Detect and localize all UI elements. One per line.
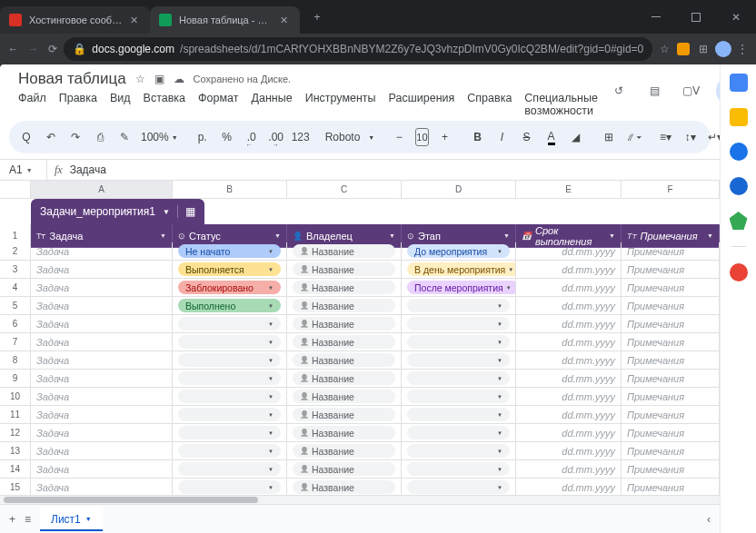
table-grid-icon[interactable]: ▦	[185, 205, 195, 218]
profile-button[interactable]	[715, 36, 731, 62]
cell-date[interactable]: dd.mm.yyyy	[516, 242, 622, 261]
cell-date[interactable]: dd.mm.yyyy	[516, 315, 622, 333]
meet-button[interactable]: ▢ᐯ	[680, 79, 703, 103]
decrease-decimal-button[interactable]: .0←	[244, 127, 260, 147]
zoom-select[interactable]: 100%▼	[141, 131, 178, 143]
menu-item[interactable]: Данные	[251, 92, 292, 117]
cell-task[interactable]: Задача	[31, 279, 173, 297]
cell-task[interactable]: Задача	[31, 351, 173, 370]
cell-task[interactable]: Задача	[31, 442, 173, 460]
row-header[interactable]: 7	[0, 333, 31, 351]
cell-notes[interactable]: Примечания	[622, 297, 720, 315]
cell-notes[interactable]: Примечания	[622, 442, 720, 460]
increase-font-button[interactable]: +	[437, 127, 453, 147]
cell-date[interactable]: dd.mm.yyyy	[516, 460, 622, 479]
row-header[interactable]: 10	[0, 388, 31, 406]
star-icon[interactable]: ☆	[135, 73, 145, 85]
cell-owner[interactable]: Название	[287, 370, 402, 388]
cell-status[interactable]: ▼	[173, 315, 287, 333]
increase-decimal-button[interactable]: .00→	[268, 127, 284, 147]
cell-stage[interactable]: ▼	[402, 333, 516, 351]
cell-task[interactable]: Задача	[31, 388, 173, 406]
cell-stage[interactable]: ▼	[402, 388, 516, 406]
bold-button[interactable]: B	[470, 127, 486, 147]
cell-task[interactable]: Задача	[31, 479, 173, 495]
table-view-tab[interactable]: Задачи_мероприятия1 ▼ ▦	[31, 199, 204, 224]
merge-button[interactable]: ⫽▾	[625, 127, 642, 147]
cell-date[interactable]: dd.mm.yyyy	[516, 261, 622, 279]
cell-stage[interactable]: ▼	[402, 460, 516, 479]
cell-owner[interactable]: Название	[287, 406, 402, 424]
new-tab-button[interactable]: +	[305, 5, 329, 29]
font-select[interactable]: Roboto▼	[325, 131, 375, 143]
cloud-icon[interactable]: ☁	[174, 73, 184, 85]
cell-owner[interactable]: Название	[287, 479, 402, 495]
column-header[interactable]: C	[287, 181, 402, 198]
valign-button[interactable]: ↕▾	[682, 127, 699, 147]
extensions-button[interactable]: ⊞	[695, 36, 711, 62]
row-header[interactable]: 15	[0, 479, 31, 495]
cell-status[interactable]: Заблокировано▼	[173, 279, 287, 297]
borders-button[interactable]: ⊞	[601, 127, 617, 147]
row-header[interactable]: 2	[0, 242, 31, 261]
row-header[interactable]: 12	[0, 424, 31, 442]
italic-button[interactable]: I	[494, 127, 511, 147]
select-all-corner[interactable]	[0, 181, 31, 198]
menu-item[interactable]: Правка	[59, 92, 97, 117]
column-header[interactable]: B	[173, 181, 287, 198]
cell-owner[interactable]: Название	[287, 351, 402, 370]
cell-notes[interactable]: Примечания	[622, 351, 720, 370]
keep-icon[interactable]	[730, 108, 748, 126]
cell-status[interactable]: ▼	[173, 406, 287, 424]
cell-task[interactable]: Задача	[31, 424, 173, 442]
cell-status[interactable]: ▼	[173, 388, 287, 406]
menu-item[interactable]: Вставка	[144, 92, 185, 117]
cell-status[interactable]: Выполняется▼	[173, 261, 287, 279]
cell-owner[interactable]: Название	[287, 424, 402, 442]
move-icon[interactable]: ▣	[154, 73, 164, 85]
decrease-font-button[interactable]: −	[391, 127, 407, 147]
close-icon[interactable]: ✕	[280, 15, 291, 25]
row-header[interactable]: 6	[0, 315, 31, 333]
cell-date[interactable]: dd.mm.yyyy	[516, 442, 622, 460]
cell-date[interactable]: dd.mm.yyyy	[516, 479, 622, 495]
addons-icon[interactable]	[730, 263, 748, 281]
cell-status[interactable]: ▼	[173, 460, 287, 479]
row-header[interactable]: 11	[0, 406, 31, 424]
cell-owner[interactable]: Название	[287, 388, 402, 406]
paint-format-button[interactable]: ✎	[116, 127, 133, 147]
cell-stage[interactable]: ▼	[402, 424, 516, 442]
strike-button[interactable]: S	[519, 127, 535, 147]
cell-owner[interactable]: Название	[287, 261, 402, 279]
explore-button[interactable]: ‹	[707, 513, 711, 526]
maps-icon[interactable]	[730, 212, 748, 230]
cell-owner[interactable]: Название	[287, 242, 402, 261]
cell-date[interactable]: dd.mm.yyyy	[516, 297, 622, 315]
menu-item[interactable]: Специальные возможности	[524, 92, 598, 117]
cell-task[interactable]: Задача	[31, 460, 173, 479]
cell-owner[interactable]: Название	[287, 315, 402, 333]
row-header[interactable]: 13	[0, 442, 31, 460]
menu-item[interactable]: Справка	[467, 92, 512, 117]
cell-notes[interactable]: Примечания	[622, 242, 720, 261]
cell-owner[interactable]: Название	[287, 442, 402, 460]
minimize-button[interactable]	[636, 0, 676, 34]
cell-notes[interactable]: Примечания	[622, 406, 720, 424]
cell-status[interactable]: ▼	[173, 370, 287, 388]
row-header[interactable]: 3	[0, 261, 31, 279]
browser-tab[interactable]: Новая таблица - Google Табл ✕	[150, 6, 300, 34]
cell-notes[interactable]: Примечания	[622, 333, 720, 351]
cell-stage[interactable]: После мероприятия▼	[402, 279, 516, 297]
close-icon[interactable]: ✕	[130, 15, 141, 25]
cell-notes[interactable]: Примечания	[622, 315, 720, 333]
cell-status[interactable]: ▼	[173, 442, 287, 460]
cell-stage[interactable]: ▼	[402, 351, 516, 370]
currency-button[interactable]: р.	[194, 127, 211, 147]
close-window-button[interactable]: ✕	[716, 0, 756, 34]
cell-owner[interactable]: Название	[287, 333, 402, 351]
cell-stage[interactable]: ▼	[402, 315, 516, 333]
cell-stage[interactable]: ▼	[402, 297, 516, 315]
reload-button[interactable]: ⟳	[45, 36, 60, 62]
all-sheets-button[interactable]: ≡	[25, 513, 31, 526]
menu-item[interactable]: Файл	[18, 92, 46, 117]
